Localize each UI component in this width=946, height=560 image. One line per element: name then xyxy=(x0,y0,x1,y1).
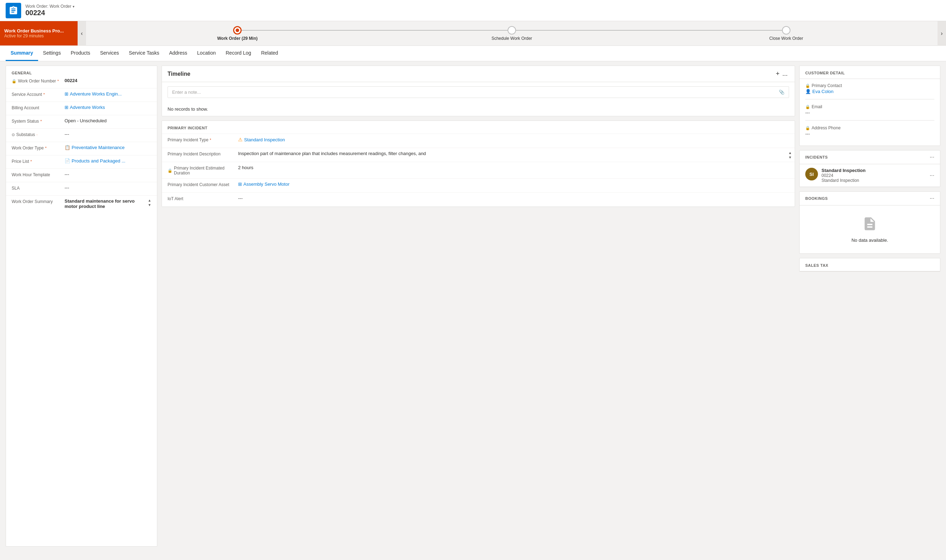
process-nav-left-button[interactable]: ‹ xyxy=(77,21,86,46)
app-header: Work Order: Work Order ▾ 00224 xyxy=(0,0,946,21)
timeline-add-button[interactable]: + xyxy=(774,70,781,77)
field-incident-asset: Primary Incident Customer Asset ⊞ Assemb… xyxy=(162,178,795,192)
bookings-title: BOOKINGS xyxy=(805,196,930,200)
breadcrumb-text: Work Order: Work Order xyxy=(25,4,71,9)
work-order-type-icon: 📋 xyxy=(65,145,70,150)
customer-detail-title: CUSTOMER DETAIL xyxy=(799,66,940,79)
lock-icon-duration: 🔒 xyxy=(168,168,173,173)
field-label-price-list: Price List * xyxy=(12,158,65,164)
incident-value-asset[interactable]: ⊞ Assembly Servo Motor xyxy=(238,182,789,187)
incident-value-type[interactable]: ⚠ Standard Inspection xyxy=(238,137,789,142)
general-card: GENERAL 🔒 Work Order Number * 00224 Serv… xyxy=(6,66,157,547)
primary-contact-value[interactable]: 👤 Eva Colon xyxy=(805,89,934,94)
field-value-billing-account[interactable]: ⊞ Adventure Works xyxy=(65,105,151,110)
incident-label-duration: 🔒 Primary Incident Estimated Duration xyxy=(168,165,238,175)
lock-icon: 🔒 xyxy=(12,79,17,83)
incident-label-asset: Primary Incident Customer Asset xyxy=(168,182,238,187)
tab-products[interactable]: Products xyxy=(66,46,95,61)
timeline-more-button[interactable]: ... xyxy=(781,70,789,77)
timeline-title: Timeline xyxy=(168,71,774,77)
step-label-1: Work Order (29 Min) xyxy=(217,36,258,41)
divider-email xyxy=(805,120,934,120)
summary-scroll-arrows: ▲ ▼ xyxy=(148,198,151,207)
tab-summary[interactable]: Summary xyxy=(6,46,38,61)
field-value-price-list[interactable]: 📄 Products and Packaged ... xyxy=(65,158,151,163)
email-label: 🔒 Email xyxy=(805,104,934,109)
attach-icon[interactable]: 📎 xyxy=(779,89,784,95)
breadcrumb-dropdown-icon[interactable]: ▾ xyxy=(73,5,74,8)
process-step-1: Work Order (29 Min) xyxy=(100,26,375,41)
field-label-substatus: ⊙ Substatus · xyxy=(12,131,65,137)
lock-icon-phone: 🔒 xyxy=(805,126,810,131)
service-account-entity-icon: ⊞ xyxy=(65,91,68,97)
sales-tax-card: SALES TAX xyxy=(799,258,940,272)
field-value-substatus[interactable]: --- xyxy=(65,131,151,137)
contact-entity-icon: 👤 xyxy=(805,89,811,94)
field-label-work-order-number: 🔒 Work Order Number * xyxy=(12,78,65,83)
field-value-work-order-type[interactable]: 📋 Preventative Maintenance xyxy=(65,145,151,150)
scroll-up-icon[interactable]: ▲ xyxy=(148,198,151,202)
field-work-order-type: Work Order Type * 📋 Preventative Mainten… xyxy=(6,142,157,155)
required-star-sub: · xyxy=(36,133,37,137)
email-value[interactable]: --- xyxy=(805,110,934,115)
tab-service-tasks[interactable]: Service Tasks xyxy=(124,46,164,61)
tab-services[interactable]: Services xyxy=(95,46,124,61)
field-value-sla[interactable]: --- xyxy=(65,185,151,190)
incident-label-type: Primary Incident Type * xyxy=(168,137,238,142)
breadcrumb[interactable]: Work Order: Work Order ▾ xyxy=(25,4,74,9)
tab-record-log[interactable]: Record Log xyxy=(221,46,256,61)
general-title: GENERAL xyxy=(6,66,157,75)
field-label-sla: SLA xyxy=(12,185,65,191)
tab-settings[interactable]: Settings xyxy=(38,46,66,61)
field-label-system-status: System Status * xyxy=(12,118,65,124)
nav-tabs: Summary Settings Products Services Servi… xyxy=(0,46,946,62)
field-value-work-order-number[interactable]: 00224 xyxy=(65,78,151,83)
incident-value-iot[interactable]: --- xyxy=(238,195,789,201)
incidents-more-button[interactable]: ··· xyxy=(930,154,934,160)
customer-field-email: 🔒 Email --- xyxy=(805,104,934,115)
incident-item-more-button-1[interactable]: ··· xyxy=(930,172,934,178)
tab-location[interactable]: Location xyxy=(192,46,221,61)
field-value-work-hour-template[interactable]: --- xyxy=(65,172,151,177)
field-incident-type: Primary Incident Type * ⚠ Standard Inspe… xyxy=(162,134,795,148)
tab-address[interactable]: Address xyxy=(164,46,192,61)
incidents-title: INCIDENTS xyxy=(805,155,930,159)
scroll-down-icon[interactable]: ▼ xyxy=(148,203,151,207)
primary-contact-label: 🔒 Primary Contact xyxy=(805,83,934,88)
tab-related[interactable]: Related xyxy=(256,46,283,61)
clipboard-icon xyxy=(8,6,19,15)
field-substatus: ⊙ Substatus · --- xyxy=(6,129,157,142)
desc-scroll-down[interactable]: ▼ xyxy=(789,155,792,159)
address-phone-value[interactable]: --- xyxy=(805,131,934,136)
timeline-note-area[interactable]: Enter a note... 📎 xyxy=(168,86,789,98)
bookings-card: BOOKINGS ··· No data available. xyxy=(799,191,940,254)
incident-value-duration[interactable]: 2 hours xyxy=(238,165,789,170)
customer-field-primary-contact: 🔒 Primary Contact 👤 Eva Colon xyxy=(805,83,934,94)
field-sla: SLA --- xyxy=(6,182,157,195)
desc-scroll-up[interactable]: ▲ xyxy=(789,151,792,155)
field-value-system-status[interactable]: Open - Unscheduled xyxy=(65,118,151,123)
field-value-service-account[interactable]: ⊞ Adventure Works Engin... xyxy=(65,91,151,97)
record-id: 00224 xyxy=(25,9,74,17)
asset-entity-icon: ⊞ xyxy=(238,182,242,187)
field-label-billing-account: Billing Account xyxy=(12,105,65,110)
incident-label-description: Primary Incident Description xyxy=(168,151,238,157)
required-star-status: * xyxy=(40,120,42,123)
field-work-order-number: 🔒 Work Order Number * 00224 xyxy=(6,75,157,88)
lock-icon-email: 🔒 xyxy=(805,105,810,109)
address-phone-label: 🔒 Address Phone xyxy=(805,125,934,131)
bookings-empty-text: No data available. xyxy=(852,237,888,243)
business-process-area: Work Order Business Pro... Active for 29… xyxy=(0,21,77,45)
field-value-work-order-summary[interactable]: Standard maintenance for servo motor pro… xyxy=(65,198,151,209)
substatus-icon: ⊙ xyxy=(12,132,15,137)
incident-value-description[interactable]: Inspection part of maintenance plan that… xyxy=(238,151,789,156)
field-label-work-hour-template: Work Hour Template xyxy=(12,172,65,177)
process-nav-right-button[interactable]: › xyxy=(938,21,946,46)
incident-id-1: 00224 xyxy=(821,173,926,178)
step-line-2 xyxy=(512,30,786,31)
bookings-more-button[interactable]: ··· xyxy=(930,195,934,202)
incidents-card: INCIDENTS ··· SI Standard Inspection 002… xyxy=(799,150,940,187)
timeline-header: Timeline + ... xyxy=(162,66,795,82)
field-label-service-account: Service Account * xyxy=(12,91,65,97)
incident-avatar-1: SI xyxy=(805,168,818,180)
